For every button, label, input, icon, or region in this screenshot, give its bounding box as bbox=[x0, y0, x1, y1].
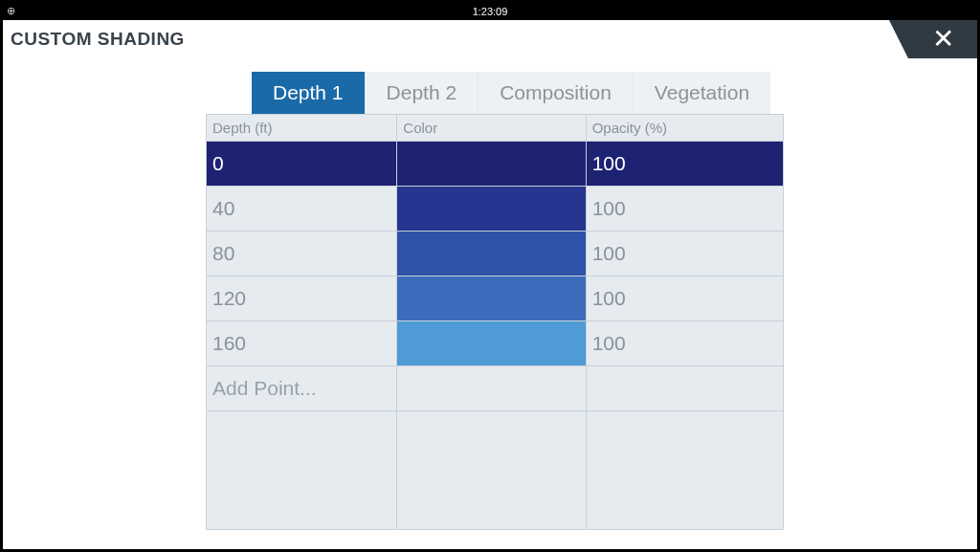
cell-color[interactable] bbox=[397, 276, 586, 321]
color-swatch bbox=[397, 187, 585, 231]
cell-depth[interactable]: 40 bbox=[207, 187, 397, 232]
cell-opacity[interactable]: 100 bbox=[587, 232, 783, 276]
table-header: Depth (ft) Color Opacity (%) bbox=[207, 115, 783, 142]
page-title: CUSTOM SHADING bbox=[11, 29, 185, 50]
table-row[interactable]: 160 100 bbox=[207, 321, 783, 366]
tab-composition[interactable]: Composition bbox=[479, 72, 634, 114]
table-row[interactable]: 120 100 bbox=[207, 276, 783, 321]
cell-color[interactable] bbox=[397, 321, 586, 366]
header-depth: Depth (ft) bbox=[207, 115, 397, 142]
table-row[interactable]: 80 100 bbox=[207, 232, 783, 276]
cell-depth[interactable]: 160 bbox=[207, 321, 397, 366]
tabs: Depth 1 Depth 2 Composition Vegetation bbox=[252, 72, 977, 114]
close-button[interactable]: ✕ bbox=[908, 20, 977, 58]
color-swatch bbox=[397, 321, 585, 365]
table-row[interactable]: 0 100 bbox=[207, 142, 783, 187]
cell-depth[interactable]: 0 bbox=[207, 142, 397, 187]
cell-color[interactable] bbox=[397, 232, 586, 276]
add-point-row[interactable]: Add Point... bbox=[207, 366, 783, 411]
cell-opacity[interactable]: 100 bbox=[587, 142, 783, 187]
add-point-opacity[interactable] bbox=[587, 366, 783, 411]
color-swatch bbox=[397, 232, 585, 276]
tab-vegetation[interactable]: Vegetation bbox=[634, 72, 770, 114]
add-point-color[interactable] bbox=[397, 366, 586, 411]
close-icon: ✕ bbox=[932, 26, 954, 53]
cell-opacity[interactable]: 100 bbox=[587, 187, 783, 232]
color-swatch bbox=[397, 276, 585, 320]
cell-opacity[interactable]: 100 bbox=[587, 321, 783, 366]
cell-depth[interactable]: 80 bbox=[207, 232, 397, 276]
status-time: 1:23:09 bbox=[473, 6, 508, 17]
add-point-label[interactable]: Add Point... bbox=[207, 366, 397, 411]
cell-color[interactable] bbox=[397, 142, 586, 187]
table-spacer bbox=[207, 411, 783, 528]
header-opacity: Opacity (%) bbox=[587, 115, 783, 142]
tab-depth-2[interactable]: Depth 2 bbox=[366, 72, 479, 114]
cell-color[interactable] bbox=[397, 187, 586, 232]
cell-opacity[interactable]: 100 bbox=[587, 276, 783, 321]
header-color: Color bbox=[397, 115, 586, 142]
table-row[interactable]: 40 100 bbox=[207, 187, 783, 232]
shading-table: Depth (ft) Color Opacity (%) 0 100 40 10… bbox=[206, 114, 784, 530]
cell-depth[interactable]: 120 bbox=[207, 276, 397, 321]
status-bar: ⊕ 1:23:09 bbox=[3, 3, 977, 20]
globe-icon: ⊕ bbox=[7, 5, 15, 17]
tab-depth-1[interactable]: Depth 1 bbox=[252, 72, 366, 114]
color-swatch bbox=[397, 142, 585, 186]
